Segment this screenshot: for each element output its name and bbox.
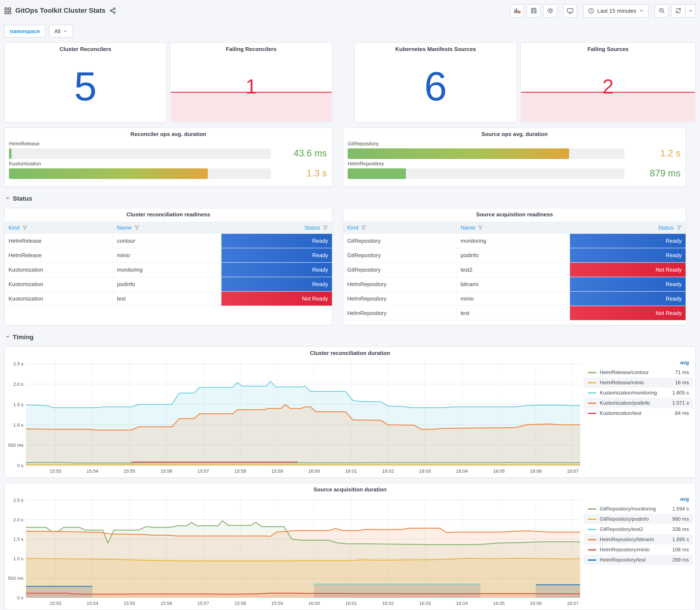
legend-series-avg: 338 ms bbox=[664, 526, 693, 532]
chart-panel-cluster-reconciliation-duration: Cluster reconciliation duration15:5315:5… bbox=[4, 347, 696, 478]
legend-series-dash bbox=[588, 518, 596, 520]
filter-funnel-icon bbox=[478, 225, 483, 230]
svg-text:16:04: 16:04 bbox=[456, 601, 468, 606]
section-header-timing[interactable]: Timing bbox=[5, 332, 696, 341]
svg-text:15:57: 15:57 bbox=[197, 468, 209, 474]
grafana-dashboard: GitOps Toolkit Cluster Stats bbox=[0, 0, 700, 610]
svg-text:0 s: 0 s bbox=[17, 595, 23, 600]
svg-text:1.5 s: 1.5 s bbox=[13, 536, 23, 542]
column-header-status[interactable]: Status bbox=[570, 222, 686, 234]
cell-name: podinfo bbox=[113, 277, 222, 291]
dashboard-grid-icon[interactable] bbox=[4, 7, 12, 14]
svg-text:16:07: 16:07 bbox=[567, 601, 579, 606]
legend-item-kustomization-podinfo[interactable]: Kustomization/podinfo1.071 s bbox=[584, 398, 693, 408]
dashboard-toolbar: Last 15 minutes bbox=[507, 4, 696, 17]
column-header-kind[interactable]: Kind bbox=[343, 222, 457, 234]
svg-text:15:57: 15:57 bbox=[197, 601, 209, 606]
gauge-row-helmrepository: HelmRepository879 ms bbox=[348, 161, 681, 179]
legend-series-avg: 980 ms bbox=[664, 516, 693, 522]
svg-text:16:00: 16:00 bbox=[308, 468, 320, 474]
svg-text:15:55: 15:55 bbox=[124, 601, 135, 606]
table-row: GitRepositorytest2Not Ready bbox=[343, 263, 686, 277]
gauge-bar-track bbox=[9, 148, 271, 159]
legend-item-kustomization-monitoring[interactable]: Kustomization/monitoring1.605 s bbox=[584, 388, 693, 398]
gauge-bar-value: 43.6 ms bbox=[277, 148, 327, 159]
namespace-variable-label[interactable]: namespace bbox=[4, 25, 46, 37]
legend-series-dash bbox=[588, 549, 596, 550]
zoom-out-time-button[interactable] bbox=[654, 4, 669, 17]
legend-item-gitrepository-monitoring[interactable]: GitRepository/monitoring1.594 s bbox=[584, 504, 693, 514]
svg-text:15:53: 15:53 bbox=[50, 468, 61, 474]
section-label: Status bbox=[13, 194, 32, 202]
svg-text:15:56: 15:56 bbox=[160, 601, 172, 606]
svg-text:15:54: 15:54 bbox=[86, 601, 98, 606]
table-row: HelmRepositorytestNot Ready bbox=[343, 306, 686, 321]
filter-funnel-icon bbox=[676, 225, 682, 230]
cell-name: test bbox=[113, 292, 222, 306]
cell-status: Ready bbox=[222, 277, 332, 291]
legend-series-name: HelmRelease/contour bbox=[600, 369, 664, 375]
table-row: GitRepositorymonitoringReady bbox=[343, 234, 686, 248]
svg-text:1.5 s: 1.5 s bbox=[13, 402, 23, 407]
svg-text:500 ms: 500 ms bbox=[8, 576, 23, 581]
chart-canvas[interactable]: 15:5315:5415:5515:5615:5715:5815:5916:00… bbox=[5, 494, 584, 610]
legend-avg-header[interactable]: avg bbox=[584, 495, 693, 504]
svg-text:16:01: 16:01 bbox=[345, 468, 357, 474]
legend-series-avg: 16 ms bbox=[664, 380, 693, 386]
legend-item-kustomization-test[interactable]: Kustomization/test84 ms bbox=[584, 408, 693, 418]
legend-series-name: HelmRepository/test bbox=[600, 557, 664, 563]
legend-series-name: Kustomization/podinfo bbox=[600, 400, 664, 406]
add-panel-button[interactable] bbox=[510, 4, 524, 17]
cell-status: Ready bbox=[570, 277, 686, 291]
legend-item-helmrelease-contour[interactable]: HelmRelease/contour71 ms bbox=[584, 367, 693, 378]
column-header-name[interactable]: Name bbox=[457, 222, 570, 234]
legend-item-helmrelease-minio[interactable]: HelmRelease/minio16 ms bbox=[584, 378, 693, 388]
stat-panel-failing-reconcilers: Failing Reconcilers1 bbox=[170, 43, 332, 123]
gauge-bar-fill bbox=[348, 168, 406, 179]
legend-item-gitrepository-podinfo[interactable]: GitRepository/podinfo980 ms bbox=[584, 514, 693, 524]
legend-item-helmrepository-minio[interactable]: HelmRepository/minio108 ms bbox=[584, 545, 693, 555]
legend-series-name: HelmRepository/bitnami bbox=[600, 536, 664, 542]
section-header-status[interactable]: Status bbox=[5, 193, 696, 203]
filter-funnel-icon bbox=[22, 225, 28, 230]
svg-text:16:02: 16:02 bbox=[382, 601, 394, 606]
column-header-label: Name bbox=[117, 224, 132, 231]
svg-text:16:03: 16:03 bbox=[419, 468, 431, 474]
chart-canvas[interactable]: 15:5315:5415:5515:5615:5715:5815:5916:00… bbox=[5, 358, 584, 477]
legend-series-dash bbox=[588, 413, 596, 414]
table-row: HelmRepositorybitnamiReady bbox=[343, 277, 686, 292]
cell-status: Not Ready bbox=[222, 292, 332, 306]
stat-panels-row: Cluster Reconcilers5Failing Reconcilers1… bbox=[4, 43, 696, 123]
refresh-interval-dropdown[interactable] bbox=[685, 4, 695, 17]
dashboard-settings-button[interactable] bbox=[543, 4, 557, 17]
legend-item-gitrepository-test2[interactable]: GitRepository/test2338 ms bbox=[584, 524, 693, 534]
cell-kind: Kustomization bbox=[5, 277, 113, 291]
time-range-picker[interactable]: Last 15 minutes bbox=[583, 4, 649, 17]
chart-title: Source acquisition duration bbox=[5, 483, 695, 494]
gauge-row-gitrepository: GitRepository1.2 s bbox=[348, 141, 681, 159]
column-header-status[interactable]: Status bbox=[222, 222, 332, 234]
share-icon[interactable] bbox=[109, 7, 116, 14]
cell-status: Ready bbox=[570, 248, 686, 262]
cycle-view-mode-button[interactable] bbox=[563, 4, 577, 17]
cell-status: Ready bbox=[222, 248, 332, 262]
gauge-bar-label: HelmRepository bbox=[348, 161, 681, 167]
legend-series-avg: 289 ms bbox=[664, 557, 693, 563]
column-header-name[interactable]: Name bbox=[113, 222, 222, 234]
stat-value: 2 bbox=[521, 51, 695, 122]
refresh-dashboard-button[interactable] bbox=[671, 4, 685, 17]
cell-kind: HelmRepository bbox=[343, 306, 457, 320]
legend-item-helmrepository-bitnami[interactable]: HelmRepository/bitnami1.695 s bbox=[584, 534, 693, 545]
table-panel-cluster-reconciliation-readiness: Cluster reconciliation readinessKindName… bbox=[4, 208, 332, 325]
cell-kind: GitRepository bbox=[343, 248, 457, 262]
legend-avg-header[interactable]: avg bbox=[584, 359, 693, 367]
legend-item-helmrepository-test[interactable]: HelmRepository/test289 ms bbox=[584, 555, 693, 565]
legend-series-dash bbox=[588, 559, 596, 561]
svg-text:2.5 s: 2.5 s bbox=[13, 498, 23, 503]
svg-text:16:06: 16:06 bbox=[530, 468, 542, 474]
legend-series-dash bbox=[588, 372, 596, 373]
column-header-kind[interactable]: Kind bbox=[5, 222, 113, 234]
save-dashboard-button[interactable] bbox=[526, 4, 541, 17]
namespace-variable-value[interactable]: All bbox=[49, 25, 73, 37]
filter-funnel-icon bbox=[323, 225, 328, 230]
